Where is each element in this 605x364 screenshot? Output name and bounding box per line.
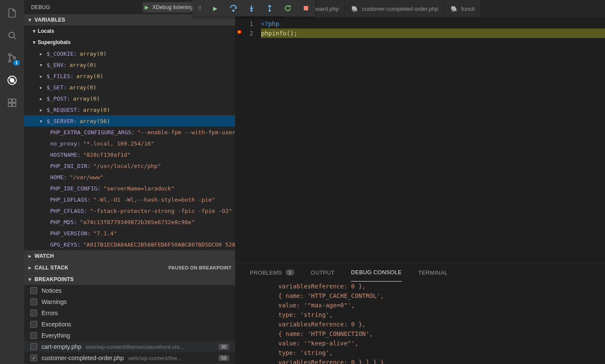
- chevron-right-icon: ▸: [39, 51, 43, 57]
- paused-label: PAUSED ON BREAKPOINT: [169, 265, 232, 270]
- explorer-icon[interactable]: [6, 7, 18, 19]
- step-out-icon[interactable]: [266, 4, 274, 12]
- php-file-icon: 🐘: [351, 6, 358, 12]
- variable-entry[interactable]: GPG_KEYS:"A917B1ECDA84AEC2B568FED6F50ABC…: [24, 239, 235, 250]
- chevron-down-icon: ▾: [32, 39, 36, 45]
- chevron-right-icon: ▸: [39, 73, 43, 79]
- svg-point-5: [10, 79, 14, 82]
- variable-entry[interactable]: PHP_VERSION:"7.1.4": [24, 228, 235, 239]
- variable-entry[interactable]: PHP_LDFLAGS:"-Wl,-O1 -Wl,--hash-style=bo…: [24, 194, 235, 205]
- start-debug-icon[interactable]: ▶: [145, 4, 149, 10]
- variable-row[interactable]: ▾ $_SERVER:array(56): [24, 115, 235, 127]
- variable-row[interactable]: ▾ $_ENV:array(0): [24, 59, 235, 70]
- chevron-down-icon: ▾: [32, 28, 36, 34]
- svg-rect-14: [304, 6, 308, 10]
- stop-icon[interactable]: [302, 4, 310, 12]
- checkbox[interactable]: [30, 321, 37, 328]
- chevron-right-icon: ▸: [28, 265, 32, 271]
- svg-point-1: [9, 54, 11, 56]
- locals-header[interactable]: ▾ Locals: [24, 25, 235, 37]
- variable-entry[interactable]: PHP_EXTRA_CONFIGURE_ARGS:"--enable-fpm -…: [24, 127, 235, 138]
- breakpoint-category[interactable]: Notices: [24, 285, 235, 296]
- superglobals-header[interactable]: ▾ Superglobals: [24, 37, 235, 48]
- variable-row[interactable]: ▸ $_GET:array(0): [24, 82, 235, 93]
- activity-bar: 1: [0, 0, 24, 364]
- breakpoint-file[interactable]: cart-empty.php web/wp-content/themes/sto…: [24, 341, 235, 352]
- svg-point-12: [251, 10, 252, 11]
- bottom-panel: PROBLEMS1 OUTPUT DEBUG CONSOLE TERMINAL …: [235, 263, 605, 364]
- svg-rect-9: [13, 99, 16, 102]
- debug-panel: DEBUG ▶ XDebug listening to Laradock ▾VA…: [24, 0, 235, 364]
- variable-row[interactable]: ▸ $_COOKIE:array(0): [24, 48, 235, 59]
- svg-point-13: [269, 10, 270, 11]
- checkbox[interactable]: [30, 332, 37, 339]
- chevron-right-icon: ▸: [39, 95, 43, 102]
- variable-entry[interactable]: PHP_MD5:"a74c13f8779349872b365e6732e8c98…: [24, 216, 235, 228]
- checkbox[interactable]: [30, 343, 37, 350]
- callstack-header[interactable]: ▸CALL STACKPAUSED ON BREAKPOINT: [24, 262, 235, 273]
- svg-point-11: [232, 10, 234, 11]
- checkbox[interactable]: [30, 287, 37, 294]
- svg-rect-8: [13, 103, 16, 107]
- breakpoints-header[interactable]: ▾BREAKPOINTS: [24, 274, 235, 285]
- editor-area: 🐘info.php×🐘dashboard.php🐘customer-comple…: [235, 0, 605, 364]
- panel-tab-problems[interactable]: PROBLEMS1: [250, 263, 294, 282]
- svg-point-2: [9, 60, 11, 62]
- editor-tab[interactable]: 🐘customer-completed-order.php: [345, 0, 445, 17]
- breakpoint-file[interactable]: customer-completed-order.php web/wp-cont…: [24, 352, 235, 364]
- chevron-right-icon: ▸: [39, 107, 43, 113]
- chevron-down-icon: ▾: [39, 62, 43, 68]
- chevron-right-icon: ▸: [28, 253, 32, 259]
- restart-icon[interactable]: [284, 4, 292, 12]
- chevron-down-icon: ▾: [39, 118, 43, 124]
- debug-toolbar[interactable]: ⠿ ▶: [192, 0, 315, 16]
- checkbox[interactable]: [30, 298, 37, 305]
- variable-row[interactable]: ▸ $_FILES:array(0): [24, 70, 235, 82]
- continue-icon[interactable]: ▶: [211, 4, 219, 12]
- problems-count: 1: [286, 269, 294, 275]
- debug-console-output[interactable]: variablesReference: 0 },{ name: 'HTTP_CA…: [235, 282, 605, 364]
- step-into-icon[interactable]: [248, 4, 255, 12]
- variable-entry[interactable]: PHP_IDE_CONFIG:"serverName=laradock": [24, 183, 235, 194]
- chevron-down-icon: ▾: [28, 17, 32, 23]
- editor[interactable]: 1 2 <?php phpinfo();: [235, 17, 605, 263]
- breakpoint-current-icon[interactable]: [236, 29, 242, 35]
- variable-entry[interactable]: PHP_INI_DIR:"/usr/local/etc/php": [24, 160, 235, 171]
- panel-title: DEBUG: [31, 4, 50, 10]
- gutter: 1 2: [235, 17, 261, 263]
- search-icon[interactable]: [6, 29, 18, 41]
- chevron-down-icon: ▾: [28, 276, 32, 282]
- watch-header[interactable]: ▸WATCH: [24, 250, 235, 262]
- panel-tab-terminal[interactable]: TERMINAL: [418, 263, 448, 282]
- breakpoint-category[interactable]: Exceptions: [24, 319, 235, 330]
- variable-entry[interactable]: PHP_CFLAGS:"-fstack-protector-strong -fp…: [24, 205, 235, 216]
- extensions-icon[interactable]: [6, 97, 18, 109]
- svg-rect-6: [8, 99, 12, 102]
- breakpoint-category[interactable]: Warnings: [24, 296, 235, 307]
- drag-handle-icon[interactable]: ⠿: [197, 5, 201, 12]
- svg-point-0: [9, 32, 14, 38]
- editor-tab[interactable]: 🐘functi: [445, 0, 481, 17]
- checkbox[interactable]: [30, 310, 37, 317]
- variable-entry[interactable]: HOME:"/var/www": [24, 171, 235, 183]
- step-over-icon[interactable]: [229, 4, 237, 12]
- source-control-icon[interactable]: 1: [6, 52, 18, 64]
- breakpoint-category[interactable]: Everything: [24, 330, 235, 341]
- panel-tab-debug-console[interactable]: DEBUG CONSOLE: [351, 263, 401, 282]
- checkbox[interactable]: [30, 355, 37, 361]
- php-file-icon: 🐘: [451, 6, 458, 12]
- variable-row[interactable]: ▸ $_POST:array(0): [24, 93, 235, 104]
- svg-rect-7: [8, 103, 12, 107]
- panel-tab-output[interactable]: OUTPUT: [311, 263, 334, 282]
- scm-badge: 1: [13, 60, 20, 66]
- variable-row[interactable]: ▸ $_REQUEST:array(0): [24, 104, 235, 115]
- variable-entry[interactable]: HOSTNAME:"828cf130af1d": [24, 149, 235, 160]
- debug-icon[interactable]: [6, 74, 18, 86]
- variable-entry[interactable]: no_proxy:"*.local, 169.254/16": [24, 138, 235, 149]
- breakpoint-category[interactable]: Errors: [24, 307, 235, 319]
- chevron-right-icon: ▸: [39, 84, 43, 91]
